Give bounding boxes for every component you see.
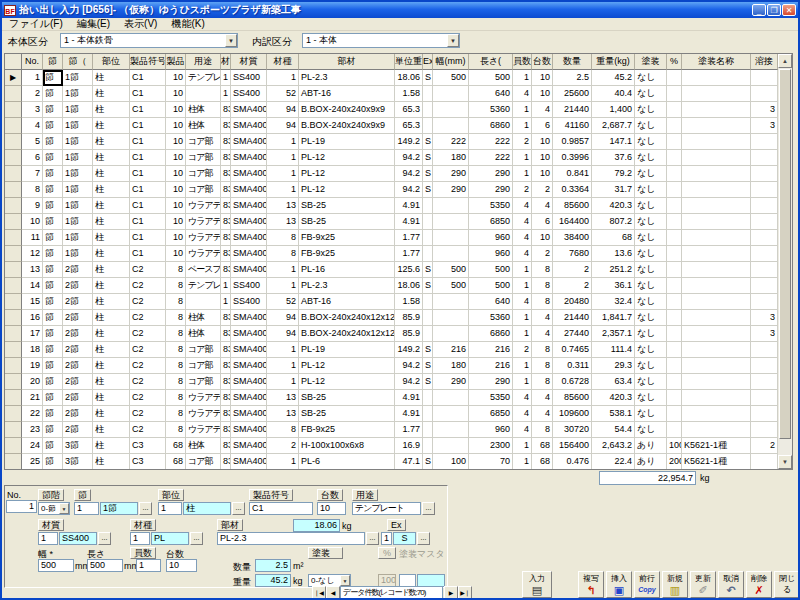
grid-cell[interactable]: [423, 118, 433, 134]
grid-cell[interactable]: 柱: [93, 182, 130, 198]
grid-cell[interactable]: 960: [469, 230, 513, 246]
grid-cell[interactable]: C1: [130, 182, 166, 198]
grid-cell[interactable]: C2: [130, 262, 166, 278]
grid-cell[interactable]: 10: [532, 70, 553, 86]
nav-first-button[interactable]: ❘◀: [312, 586, 326, 600]
grid-cell[interactable]: 1節: [63, 198, 93, 214]
grid-cell[interactable]: 節: [43, 166, 63, 182]
grid-cell[interactable]: 8: [166, 326, 186, 342]
new-button[interactable]: 新規▥: [662, 571, 688, 598]
grid-cell[interactable]: 10: [166, 150, 186, 166]
grid-cell[interactable]: 8: [166, 294, 186, 310]
grid-cell[interactable]: 164400: [553, 214, 592, 230]
grid-cell[interactable]: SMA400B: [231, 150, 267, 166]
grid-cell[interactable]: C1: [130, 134, 166, 150]
grid-cell[interactable]: [667, 342, 682, 358]
grid-cell[interactable]: [423, 246, 433, 262]
grid-cell[interactable]: [667, 246, 682, 262]
grid-cell[interactable]: 6850: [469, 406, 513, 422]
grid-cell[interactable]: C1: [130, 70, 166, 86]
grid-cell[interactable]: 420.3: [592, 198, 635, 214]
grid-cell[interactable]: 4: [532, 102, 553, 118]
grid-cell[interactable]: 24: [22, 438, 43, 454]
grid-cell[interactable]: 1: [221, 86, 231, 102]
grid-cell[interactable]: C2: [130, 342, 166, 358]
grid-cell[interactable]: 640: [469, 294, 513, 310]
grid-cell[interactable]: 8: [166, 406, 186, 422]
grid-cell[interactable]: 柱体: [186, 118, 221, 134]
grid-cell[interactable]: [667, 358, 682, 374]
scroll-down-icon[interactable]: ▼: [778, 455, 792, 469]
grid-cell[interactable]: [667, 182, 682, 198]
grid-cell[interactable]: 2300: [469, 438, 513, 454]
grid-cell[interactable]: 3節: [63, 438, 93, 454]
grid-cell[interactable]: 5: [22, 134, 43, 150]
grid-cell[interactable]: S: [423, 342, 433, 358]
grid-cell[interactable]: ウラアテ: [186, 422, 221, 438]
grid-cell[interactable]: 柱: [93, 86, 130, 102]
grid-cell[interactable]: [682, 246, 751, 262]
grid-cell[interactable]: 4.91: [395, 390, 423, 406]
grid-cell[interactable]: 10: [532, 134, 553, 150]
grid-cell[interactable]: SB-25: [299, 214, 395, 230]
grid-cell[interactable]: C2: [130, 278, 166, 294]
grid-cell[interactable]: [682, 310, 751, 326]
grid-cell[interactable]: [423, 310, 433, 326]
grid-cell[interactable]: 2: [513, 134, 532, 150]
grid-cell[interactable]: 13: [267, 390, 299, 406]
grid-cell[interactable]: [667, 86, 682, 102]
grid-cell[interactable]: なし: [635, 102, 667, 118]
grid-cell[interactable]: 290: [469, 374, 513, 390]
grid-cell[interactable]: PL-2.3: [299, 70, 395, 86]
grid-cell[interactable]: 21: [22, 390, 43, 406]
grid-cell[interactable]: 1: [267, 182, 299, 198]
grid-cell[interactable]: C1: [130, 246, 166, 262]
grid-cell[interactable]: ABT-16: [299, 294, 395, 310]
grid-cell[interactable]: [682, 326, 751, 342]
material-type-code-field[interactable]: 1: [130, 532, 150, 545]
grid-cell[interactable]: 8: [166, 262, 186, 278]
grid-cell[interactable]: 8: [166, 390, 186, 406]
grid-cell[interactable]: 6850: [469, 214, 513, 230]
grid-cell[interactable]: [423, 86, 433, 102]
grid-cell[interactable]: ABT-16: [299, 86, 395, 102]
grid-cell[interactable]: [751, 262, 778, 278]
material-grade-lookup-button[interactable]: ...: [98, 532, 111, 545]
grid-cell[interactable]: 7: [22, 166, 43, 182]
grid-cell[interactable]: 1節: [63, 134, 93, 150]
grid-cell[interactable]: 290: [433, 166, 469, 182]
grid-cell[interactable]: 83: [221, 150, 231, 166]
grid-cell[interactable]: 18: [22, 342, 43, 358]
grid-cell[interactable]: C1: [130, 118, 166, 134]
grid-cell[interactable]: ウラアテ: [186, 198, 221, 214]
grid-cell[interactable]: 0.3996: [553, 150, 592, 166]
grid-cell[interactable]: 538.1: [592, 406, 635, 422]
grid-cell[interactable]: 70: [469, 454, 513, 470]
grid-cell[interactable]: 節: [43, 326, 63, 342]
grid-cell[interactable]: C3: [130, 454, 166, 470]
grid-cell[interactable]: 100: [667, 438, 682, 454]
grid-cell[interactable]: 1: [513, 166, 532, 182]
grid-cell[interactable]: 1: [513, 374, 532, 390]
grid-cell[interactable]: 柱体: [186, 310, 221, 326]
grid-cell[interactable]: 6: [532, 118, 553, 134]
grid-cell[interactable]: [682, 422, 751, 438]
grid-cell[interactable]: 1,841.7: [592, 310, 635, 326]
grid-cell[interactable]: コア部: [186, 342, 221, 358]
grid-cell[interactable]: 4: [513, 390, 532, 406]
grid-cell[interactable]: 2.5: [553, 70, 592, 86]
grid-cell[interactable]: 83: [221, 374, 231, 390]
grid-cell[interactable]: 1: [267, 150, 299, 166]
grid-cell[interactable]: 0.3364: [553, 182, 592, 198]
grid-cell[interactable]: S: [423, 262, 433, 278]
grid-cell[interactable]: 11: [22, 230, 43, 246]
grid-cell[interactable]: S: [423, 134, 433, 150]
grid-cell[interactable]: 柱: [93, 342, 130, 358]
grid-cell[interactable]: 2節: [63, 278, 93, 294]
grid-cell[interactable]: 94.2: [395, 166, 423, 182]
grid-cell[interactable]: 1節: [63, 182, 93, 198]
grid-cell[interactable]: 420.3: [592, 390, 635, 406]
grid-cell[interactable]: C1: [130, 230, 166, 246]
grid-cell[interactable]: 1節: [63, 118, 93, 134]
grid-cell[interactable]: なし: [635, 294, 667, 310]
